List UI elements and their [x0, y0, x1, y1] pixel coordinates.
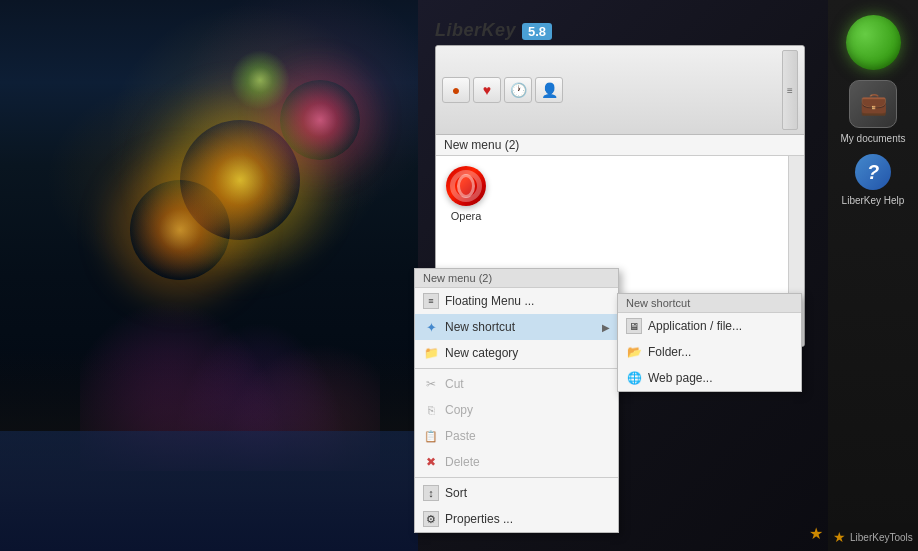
context-menu-title: New menu (2)	[415, 269, 618, 288]
menu-item-floating[interactable]: ≡ Floating Menu ...	[415, 288, 618, 314]
context-menu: New menu (2) ≡ Floating Menu ... ✦ New s…	[414, 268, 619, 533]
app-file-label: Application / file...	[648, 319, 742, 333]
cut-icon: ✂	[423, 376, 439, 392]
submenu-item-webpage[interactable]: 🌐 Web page...	[618, 365, 801, 391]
floating-menu-icon: ≡	[423, 293, 439, 309]
delete-label: Delete	[445, 455, 480, 469]
submenu-title: New shortcut	[618, 294, 801, 313]
menu-header: New menu (2)	[436, 135, 804, 156]
my-documents-label: My documents	[840, 133, 905, 144]
properties-label: Properties ...	[445, 512, 513, 526]
separator-1	[415, 368, 618, 369]
sort-icon: ↕	[423, 485, 439, 501]
submenu-arrow: ▶	[602, 322, 610, 333]
floating-menu-label: Floating Menu ...	[445, 294, 534, 308]
menu-item-new-shortcut[interactable]: ✦ New shortcut ▶	[415, 314, 618, 340]
liberkey-help-item[interactable]: ? LiberKey Help	[842, 154, 905, 206]
app-file-icon: 🖥	[626, 318, 642, 334]
menu-item-cut: ✂ Cut	[415, 371, 618, 397]
cut-label: Cut	[445, 377, 464, 391]
menu-title: New menu (2)	[444, 138, 519, 152]
toolbar: ● ♥ 🕐 👤 ≡	[436, 46, 804, 135]
folder-icon: 📂	[626, 344, 642, 360]
folder-label: Folder...	[648, 345, 691, 359]
opera-app-icon[interactable]: Opera	[446, 166, 486, 222]
delete-icon: ✖	[423, 454, 439, 470]
liberkey-title-area: LiberKey 5.8	[435, 20, 805, 41]
new-shortcut-icon: ✦	[423, 319, 439, 335]
traffic-light-logo[interactable]	[846, 15, 901, 70]
menu-item-properties[interactable]: ⚙ Properties ...	[415, 506, 618, 532]
webpage-icon: 🌐	[626, 370, 642, 386]
submenu-item-folder[interactable]: 📂 Folder...	[618, 339, 801, 365]
sort-label: Sort	[445, 486, 467, 500]
new-category-icon: 📁	[423, 345, 439, 361]
liberkey-help-label: LiberKey Help	[842, 195, 905, 206]
menu-item-copy: ⎘ Copy	[415, 397, 618, 423]
right-sidebar: 💼 My documents ? LiberKey Help	[828, 0, 918, 551]
separator-2	[415, 477, 618, 478]
firework-3	[230, 50, 290, 110]
webpage-label: Web page...	[648, 371, 713, 385]
version-badge: 5.8	[522, 23, 552, 40]
copy-label: Copy	[445, 403, 473, 417]
toolbar-btn-clock[interactable]: 🕐	[504, 77, 532, 103]
submenu-item-app-file[interactable]: 🖥 Application / file...	[618, 313, 801, 339]
opera-inner	[457, 174, 475, 198]
submenu: New shortcut 🖥 Application / file... 📂 F…	[617, 293, 802, 392]
menu-item-sort[interactable]: ↕ Sort	[415, 480, 618, 506]
properties-icon: ⚙	[423, 511, 439, 527]
star-icon: ★	[833, 529, 846, 545]
paste-icon: 📋	[423, 428, 439, 444]
app-title: LiberKey	[435, 20, 516, 41]
briefcase-icon: 💼	[860, 91, 887, 117]
paste-label: Paste	[445, 429, 476, 443]
opera-icon	[446, 166, 486, 206]
new-shortcut-label: New shortcut	[445, 320, 515, 334]
menu-item-delete: ✖ Delete	[415, 449, 618, 475]
toolbar-btn-heart[interactable]: ♥	[473, 77, 501, 103]
toolbar-scroll-btn[interactable]: ≡	[782, 50, 798, 130]
help-icon: ?	[855, 154, 891, 190]
toolbar-btn-orange[interactable]: ●	[442, 77, 470, 103]
bottom-star-icon: ★	[809, 524, 823, 543]
bottom-bar: ★ LiberKeyTools	[828, 523, 918, 551]
cityscape-background	[0, 0, 420, 551]
water-reflection	[0, 431, 420, 551]
opera-label: Opera	[451, 210, 482, 222]
menu-item-paste: 📋 Paste	[415, 423, 618, 449]
menu-item-new-category[interactable]: 📁 New category	[415, 340, 618, 366]
firework-2	[280, 80, 360, 160]
liberkey-window: LiberKey 5.8 ● ♥ 🕐 👤 ≡ New menu (2) Oper…	[435, 20, 805, 300]
my-documents-item[interactable]: 💼 My documents	[840, 80, 905, 144]
bottom-label: LiberKeyTools	[850, 532, 913, 543]
copy-icon: ⎘	[423, 402, 439, 418]
my-documents-icon-box: 💼	[849, 80, 897, 128]
toolbar-btn-user[interactable]: 👤	[535, 77, 563, 103]
new-category-label: New category	[445, 346, 518, 360]
